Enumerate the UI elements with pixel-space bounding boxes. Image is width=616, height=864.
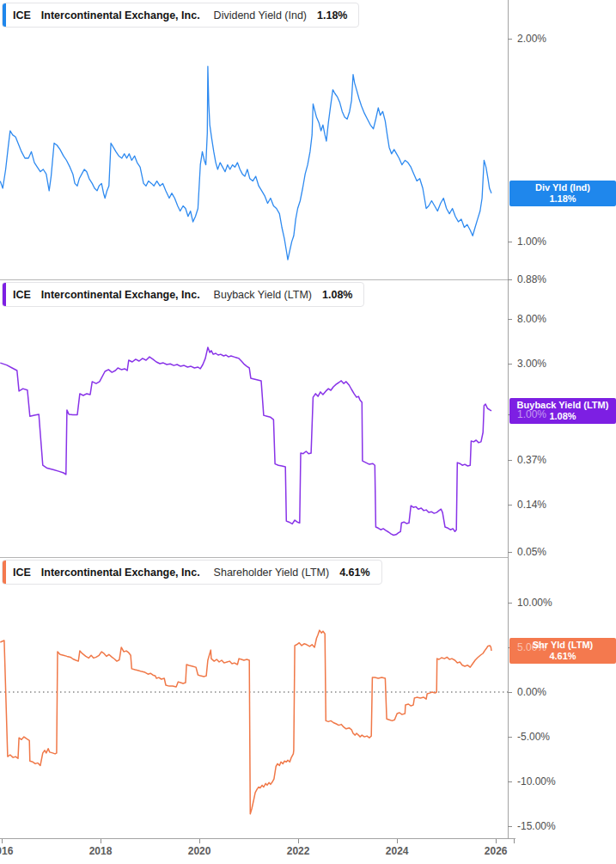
metric-label: Buyback Yield (LTM) [214, 289, 312, 301]
chart-header-buyback-yield[interactable]: ICE Intercontinental Exchange, Inc. Buyb… [2, 282, 364, 307]
y-tick-mark [508, 781, 512, 782]
series-line-div-yld-ind- [0, 66, 491, 260]
y-tick-mark [508, 826, 512, 827]
y-axis-label: 0.00% [517, 687, 546, 697]
ticker: ICE [13, 9, 31, 21]
metric-value: 1.08% [322, 289, 352, 301]
y-axis-label: 1.00% [517, 236, 546, 247]
accent-bar [3, 3, 6, 27]
ticker: ICE [13, 567, 31, 579]
y-axis-label: 3.00% [517, 358, 546, 369]
x-axis-label: 2026 [477, 845, 515, 857]
accent-bar [3, 283, 6, 306]
x-tick-mark [298, 839, 299, 843]
y-axis-label: 8.00% [517, 314, 546, 324]
y-axis-label: -5.00% [517, 732, 550, 742]
x-axis-label: 2016 [0, 845, 21, 857]
series-line-shr-yld-ltm- [0, 630, 491, 814]
ticker: ICE [13, 289, 31, 301]
badge-value: 1.18% [549, 193, 576, 205]
y-tick-mark [508, 319, 512, 320]
y-axis-label: 0.14% [517, 499, 546, 510]
y-tick-mark [508, 692, 512, 693]
y-axis-label: 0.88% [517, 274, 546, 285]
x-tick-mark [2, 839, 3, 843]
x-tick-mark [496, 839, 497, 843]
company-name: Intercontinental Exchange, Inc. [41, 289, 200, 301]
y-tick-mark [508, 737, 512, 738]
x-tick-mark [101, 839, 101, 843]
y-tick-mark [508, 460, 512, 461]
y-tick-mark [508, 552, 512, 553]
badge-value: 1.08% [549, 411, 576, 422]
y-axis-label: -10.00% [517, 776, 556, 787]
x-tick-mark [397, 839, 398, 843]
y-tick-mark [508, 39, 512, 40]
x-axis-label: 2024 [378, 845, 416, 857]
badge-value: 4.61% [549, 651, 576, 662]
x-axis-label: 2020 [180, 845, 218, 857]
y-axis-label: 5.00% [517, 642, 546, 653]
y-axis-label: 0.05% [517, 547, 546, 557]
company-name: Intercontinental Exchange, Inc. [41, 9, 200, 21]
y-tick-mark [508, 364, 512, 365]
series-line-buyback-yield-ltm- [0, 347, 491, 535]
y-axis-label: 2.00% [517, 34, 546, 44]
metric-value: 1.18% [317, 9, 347, 21]
chart-header-dividend-yield[interactable]: ICE Intercontinental Exchange, Inc. Divi… [2, 3, 359, 28]
accent-bar [3, 561, 6, 584]
y-tick-mark [508, 603, 512, 604]
badge-label: Div Yld (Ind) [535, 182, 590, 193]
last-value-badge-div-yld[interactable]: Div Yld (Ind) 1.18% [509, 181, 616, 206]
stock-yield-charts: 2.00%1.00%0.88%8.00%3.00%1.00%0.37%0.14%… [0, 0, 616, 864]
y-axis-label: 0.37% [517, 455, 546, 465]
y-tick-mark [508, 242, 512, 242]
y-axis-label: 10.00% [517, 597, 552, 608]
x-axis-label: 2022 [279, 845, 317, 857]
x-axis-label: 2018 [82, 845, 119, 857]
x-tick-mark [514, 839, 515, 843]
y-axis-label: 1.00% [517, 409, 546, 420]
metric-value: 4.61% [339, 567, 369, 579]
company-name: Intercontinental Exchange, Inc. [41, 567, 200, 579]
y-tick-mark [508, 505, 512, 506]
metric-label: Shareholder Yield (LTM) [214, 567, 330, 579]
y-tick-mark [508, 279, 512, 280]
x-tick-mark [199, 839, 200, 843]
y-axis-label: -15.00% [517, 821, 556, 831]
chart-header-shareholder-yield[interactable]: ICE Intercontinental Exchange, Inc. Shar… [2, 560, 382, 585]
metric-label: Dividend Yield (Ind) [214, 9, 307, 21]
